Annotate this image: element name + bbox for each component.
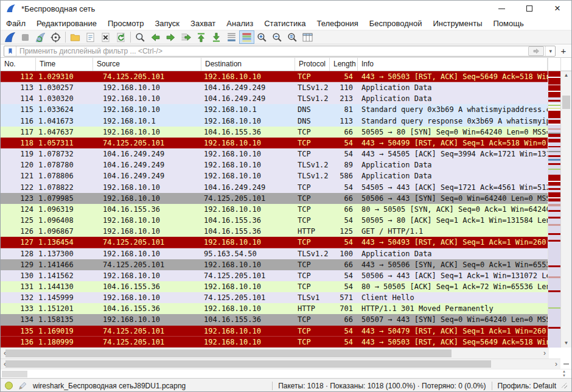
packet-row[interactable]: 1231.079985192.168.10.1074.125.205.101TC… xyxy=(1,193,548,204)
menu-item-6[interactable]: Анализ xyxy=(221,19,259,28)
column-header-time[interactable]: Time xyxy=(36,58,93,71)
packet-row[interactable]: 1261.096867192.168.10.10104.16.155.36HTT… xyxy=(1,226,548,237)
save-file-icon xyxy=(85,32,96,43)
packet-row[interactable]: 1331.151201104.16.155.36192.168.10.10HTT… xyxy=(1,303,548,314)
packet-row[interactable]: 1251.096408192.168.10.10104.16.155.36TCP… xyxy=(1,215,548,226)
scroll-right-arrow[interactable]: › xyxy=(540,348,549,359)
menu-item-11[interactable]: Помощь xyxy=(488,19,529,28)
packet-row[interactable]: 1181.05731174.125.205.101192.168.10.10TC… xyxy=(1,138,548,149)
column-header-source[interactable]: Source xyxy=(93,58,201,71)
packet-row[interactable]: 1311.144130104.16.155.36192.168.10.10TCP… xyxy=(1,281,548,292)
close-button[interactable]: × xyxy=(543,1,571,16)
window-resize-grip[interactable] xyxy=(562,383,567,388)
open-file-button[interactable] xyxy=(68,30,83,44)
go-back-button[interactable] xyxy=(148,30,163,44)
vertical-scrollbar-track[interactable]: ▲ ▼ xyxy=(561,71,571,348)
hscrollbar-thumb[interactable] xyxy=(5,349,452,357)
packet-row[interactable]: 1321.145999192.168.10.1074.125.205.101TL… xyxy=(1,292,548,303)
menu-item-9[interactable]: Беспроводной xyxy=(364,19,428,28)
zoom-reset-button[interactable] xyxy=(285,30,300,44)
menu-item-1[interactable]: Файл xyxy=(1,19,31,28)
zoom-in-button[interactable] xyxy=(254,30,270,44)
go-back-icon xyxy=(150,32,161,43)
minimize-button[interactable] xyxy=(487,1,515,16)
scroll-up-arrow[interactable]: ▲ xyxy=(561,71,571,80)
column-header-protocol[interactable]: Protocol xyxy=(295,58,330,71)
reload-file-button[interactable] xyxy=(113,30,128,44)
packet-row[interactable]: 1191.078732104.16.249.249192.168.10.10TC… xyxy=(1,149,548,159)
packet-row[interactable]: 1211.078806104.16.249.249192.168.10.10TL… xyxy=(1,170,548,181)
save-file-button[interactable] xyxy=(83,30,98,44)
zoom-reset-icon xyxy=(287,32,298,43)
packet-row[interactable]: 1131.030257192.168.10.10104.16.249.249TL… xyxy=(1,82,548,93)
close-file-button[interactable] xyxy=(98,30,113,44)
packet-row[interactable]: 1241.096319104.16.155.36192.168.10.10TCP… xyxy=(1,204,548,215)
collapsed-pane-strip: ▲▼ xyxy=(1,369,571,378)
packet-row[interactable]: 1301.141562192.168.10.1074.125.205.101TC… xyxy=(1,270,548,281)
packet-row[interactable]: 1121.02931074.125.205.101192.168.10.10TC… xyxy=(1,71,548,82)
packet-minimap-column xyxy=(548,58,560,348)
filter-input[interactable] xyxy=(16,47,528,55)
packet-minimap[interactable] xyxy=(548,71,560,348)
detail-pane-hscrollbar[interactable]: ‹ › xyxy=(1,359,560,369)
go-to-packet-button[interactable] xyxy=(178,30,194,44)
tiny-scroll-arrows[interactable]: ▲▼ xyxy=(562,369,566,378)
packet-list-header: No.TimeSourceDestinationProtocolLengthIn… xyxy=(1,58,548,71)
packet-row[interactable]: 1271.13645474.125.205.101192.168.10.10TC… xyxy=(1,237,548,248)
packet-row[interactable]: 1221.078822192.168.10.10104.16.249.249TC… xyxy=(1,182,548,193)
column-header-destination[interactable]: Destination xyxy=(201,58,295,71)
filter-add-button[interactable]: + xyxy=(559,46,568,57)
find-packet-button[interactable] xyxy=(133,30,148,44)
filter-apply-button[interactable] xyxy=(528,46,544,56)
menu-item-5[interactable]: Захват xyxy=(185,19,221,28)
go-to-packet-icon xyxy=(180,32,192,43)
packet-row[interactable]: 1361.18099974.125.205.101192.168.10.10TC… xyxy=(1,337,548,348)
colorize-button[interactable] xyxy=(239,30,254,44)
window-title: *Беспроводная сеть xyxy=(21,4,95,13)
zoom-out-button[interactable] xyxy=(270,30,285,44)
menu-item-8[interactable]: Телефония xyxy=(311,19,363,28)
menu-item-7[interactable]: Статистика xyxy=(259,19,311,28)
profile-selector[interactable]: Профиль: Default xyxy=(498,382,557,390)
column-header-no[interactable]: No. xyxy=(1,58,36,71)
start-capture-button[interactable] xyxy=(2,30,18,44)
go-to-top-button[interactable] xyxy=(194,30,209,44)
packet-row[interactable]: 1141.030320192.168.10.10104.16.249.249TL… xyxy=(1,93,548,104)
packet-row[interactable]: 1281.137300192.168.10.1095.163.54.50TLSv… xyxy=(1,248,548,259)
column-header-info[interactable]: Info xyxy=(358,58,548,71)
capture-options-button[interactable] xyxy=(48,30,63,44)
auto-scroll-button[interactable] xyxy=(224,30,239,44)
menu-item-4[interactable]: Запуск xyxy=(149,19,185,28)
collapsed-pane-thumb[interactable] xyxy=(2,371,27,377)
packet-row[interactable]: 1341.158135192.168.10.10104.16.155.36TCP… xyxy=(1,314,548,325)
stop-capture-button[interactable] xyxy=(18,30,33,44)
capture-comment-icon[interactable] xyxy=(18,381,27,390)
packet-row[interactable]: 1201.078780104.16.249.249192.168.10.10TL… xyxy=(1,159,548,170)
vertical-scrollbar-thumb[interactable] xyxy=(562,96,570,109)
go-forward-button[interactable] xyxy=(163,30,178,44)
go-to-bottom-button[interactable] xyxy=(209,30,224,44)
packet-row[interactable]: 1351.16901974.125.205.101192.168.10.10TC… xyxy=(1,326,548,337)
column-header-length[interactable]: Length xyxy=(330,58,358,71)
packet-row[interactable]: 1291.14146674.125.205.101192.168.10.10TC… xyxy=(1,259,548,270)
restart-capture-button[interactable] xyxy=(33,30,48,44)
hscrollbar-thumb[interactable] xyxy=(5,360,491,368)
maximize-button[interactable] xyxy=(515,1,543,16)
filter-bookmark-icon[interactable] xyxy=(4,46,16,56)
vertical-scrollbar[interactable]: ▲ ▼ xyxy=(560,58,571,348)
packet-row[interactable]: 1161.041673192.168.10.1192.168.10.10DNS1… xyxy=(1,116,548,127)
packet-list-hscrollbar[interactable]: ‹ › xyxy=(1,348,549,359)
scroll-down-arrow[interactable]: ▼ xyxy=(561,339,571,348)
main-toolbar xyxy=(1,30,571,44)
filter-dropdown-caret[interactable]: ▾ xyxy=(545,46,555,56)
packet-row[interactable]: 1151.033624192.168.10.10192.168.10.1DNS8… xyxy=(1,104,548,115)
resize-columns-button[interactable] xyxy=(300,30,315,44)
menu-item-10[interactable]: Инструменты xyxy=(427,19,487,28)
expert-info-button[interactable] xyxy=(5,382,13,390)
colorize-icon xyxy=(241,32,253,43)
scroll-right-arrow[interactable]: › xyxy=(552,359,560,369)
menu-item-3[interactable]: Просмотр xyxy=(102,19,149,28)
packet-row[interactable]: 1171.047637192.168.10.10104.16.155.36TCP… xyxy=(1,127,548,138)
pane-splitter-handle[interactable] xyxy=(560,359,571,369)
menu-item-2[interactable]: Редактирование xyxy=(31,19,102,28)
